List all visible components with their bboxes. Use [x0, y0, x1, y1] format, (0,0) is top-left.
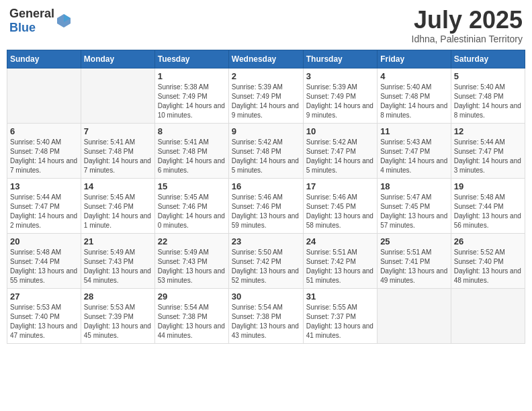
calendar-cell: 14Sunrise: 5:45 AMSunset: 7:46 PMDayligh…: [81, 178, 154, 233]
calendar-cell: 12Sunrise: 5:44 AMSunset: 7:47 PMDayligh…: [451, 123, 525, 178]
calendar-header-row: Sunday Monday Tuesday Wednesday Thursday…: [7, 50, 525, 68]
day-number: 8: [158, 126, 226, 136]
calendar-cell: 21Sunrise: 5:49 AMSunset: 7:43 PMDayligh…: [81, 233, 154, 288]
calendar-table: Sunday Monday Tuesday Wednesday Thursday…: [7, 50, 525, 344]
day-info: Sunrise: 5:53 AMSunset: 7:40 PMDaylight:…: [10, 303, 78, 340]
day-info: Sunrise: 5:54 AMSunset: 7:38 PMDaylight:…: [158, 303, 226, 340]
calendar-cell: 27Sunrise: 5:53 AMSunset: 7:40 PMDayligh…: [7, 288, 81, 343]
day-info: Sunrise: 5:45 AMSunset: 7:46 PMDaylight:…: [84, 193, 152, 230]
calendar-cell: 4Sunrise: 5:40 AMSunset: 7:48 PMDaylight…: [378, 68, 451, 123]
day-number: 29: [158, 291, 226, 302]
col-friday: Friday: [378, 50, 451, 68]
day-info: Sunrise: 5:43 AMSunset: 7:47 PMDaylight:…: [380, 138, 448, 175]
calendar-cell: 2Sunrise: 5:39 AMSunset: 7:49 PMDaylight…: [228, 68, 303, 123]
calendar-cell: [7, 68, 81, 123]
calendar-location: Idhna, Palestinian Territory: [412, 34, 523, 44]
calendar-cell: 20Sunrise: 5:48 AMSunset: 7:44 PMDayligh…: [7, 233, 81, 288]
day-info: Sunrise: 5:40 AMSunset: 7:48 PMDaylight:…: [380, 83, 448, 120]
day-info: Sunrise: 5:46 AMSunset: 7:46 PMDaylight:…: [232, 193, 300, 230]
calendar-cell: 30Sunrise: 5:54 AMSunset: 7:38 PMDayligh…: [228, 288, 303, 343]
title-block: July 2025 Idhna, Palestinian Territory: [412, 7, 523, 44]
day-number: 12: [454, 126, 522, 136]
calendar-cell: 1Sunrise: 5:38 AMSunset: 7:49 PMDaylight…: [154, 68, 228, 123]
day-number: 24: [306, 236, 374, 246]
day-number: 23: [232, 236, 300, 246]
calendar-cell: [81, 68, 154, 123]
col-thursday: Thursday: [303, 50, 377, 68]
day-number: 1: [158, 71, 226, 81]
calendar-cell: 3Sunrise: 5:39 AMSunset: 7:49 PMDaylight…: [303, 68, 377, 123]
day-info: Sunrise: 5:39 AMSunset: 7:49 PMDaylight:…: [306, 83, 374, 120]
day-info: Sunrise: 5:41 AMSunset: 7:48 PMDaylight:…: [84, 138, 152, 175]
calendar-cell: 24Sunrise: 5:51 AMSunset: 7:42 PMDayligh…: [303, 233, 377, 288]
day-info: Sunrise: 5:55 AMSunset: 7:37 PMDaylight:…: [306, 303, 374, 340]
day-number: 16: [232, 181, 300, 191]
calendar-cell: 11Sunrise: 5:43 AMSunset: 7:47 PMDayligh…: [378, 123, 451, 178]
calendar-cell: 6Sunrise: 5:40 AMSunset: 7:48 PMDaylight…: [7, 123, 81, 178]
calendar-cell: 22Sunrise: 5:49 AMSunset: 7:43 PMDayligh…: [154, 233, 228, 288]
day-info: Sunrise: 5:46 AMSunset: 7:45 PMDaylight:…: [306, 193, 374, 230]
calendar-cell: 10Sunrise: 5:42 AMSunset: 7:47 PMDayligh…: [303, 123, 377, 178]
day-number: 14: [84, 181, 152, 191]
calendar-cell: [378, 288, 451, 343]
calendar-cell: 25Sunrise: 5:51 AMSunset: 7:41 PMDayligh…: [378, 233, 451, 288]
day-number: 4: [380, 71, 448, 81]
calendar-cell: 19Sunrise: 5:48 AMSunset: 7:44 PMDayligh…: [451, 178, 525, 233]
day-number: 17: [306, 181, 374, 191]
calendar-cell: 28Sunrise: 5:53 AMSunset: 7:39 PMDayligh…: [81, 288, 154, 343]
calendar-cell: 7Sunrise: 5:41 AMSunset: 7:48 PMDaylight…: [81, 123, 154, 178]
calendar-cell: 16Sunrise: 5:46 AMSunset: 7:46 PMDayligh…: [228, 178, 303, 233]
col-saturday: Saturday: [451, 50, 525, 68]
day-number: 6: [10, 126, 78, 136]
calendar-cell: 18Sunrise: 5:47 AMSunset: 7:45 PMDayligh…: [378, 178, 451, 233]
page-header: General Blue July 2025 Idhna, Palestinia…: [7, 7, 525, 44]
day-info: Sunrise: 5:51 AMSunset: 7:41 PMDaylight:…: [380, 248, 448, 285]
calendar-week-1: 1Sunrise: 5:38 AMSunset: 7:49 PMDaylight…: [7, 68, 525, 123]
day-info: Sunrise: 5:42 AMSunset: 7:48 PMDaylight:…: [232, 138, 300, 175]
logo-general: General: [9, 7, 54, 20]
col-sunday: Sunday: [7, 50, 81, 68]
day-number: 25: [380, 236, 448, 246]
day-number: 22: [158, 236, 226, 246]
day-info: Sunrise: 5:47 AMSunset: 7:45 PMDaylight:…: [380, 193, 448, 230]
day-number: 31: [306, 291, 374, 302]
day-number: 7: [84, 126, 152, 136]
calendar-cell: 31Sunrise: 5:55 AMSunset: 7:37 PMDayligh…: [303, 288, 377, 343]
day-info: Sunrise: 5:52 AMSunset: 7:40 PMDaylight:…: [454, 248, 522, 285]
logo-text: General Blue: [9, 7, 54, 35]
calendar-week-5: 27Sunrise: 5:53 AMSunset: 7:40 PMDayligh…: [7, 288, 525, 343]
calendar-cell: 5Sunrise: 5:40 AMSunset: 7:48 PMDaylight…: [451, 68, 525, 123]
day-number: 9: [232, 126, 300, 136]
day-info: Sunrise: 5:42 AMSunset: 7:47 PMDaylight:…: [306, 138, 374, 175]
day-number: 11: [380, 126, 448, 136]
day-info: Sunrise: 5:45 AMSunset: 7:46 PMDaylight:…: [158, 193, 226, 230]
day-info: Sunrise: 5:44 AMSunset: 7:47 PMDaylight:…: [454, 138, 522, 175]
logo: General Blue: [9, 7, 72, 35]
day-info: Sunrise: 5:53 AMSunset: 7:39 PMDaylight:…: [84, 303, 152, 340]
calendar-cell: [451, 288, 525, 343]
day-info: Sunrise: 5:54 AMSunset: 7:38 PMDaylight:…: [232, 303, 300, 340]
day-info: Sunrise: 5:44 AMSunset: 7:47 PMDaylight:…: [10, 193, 78, 230]
day-info: Sunrise: 5:39 AMSunset: 7:49 PMDaylight:…: [232, 83, 300, 120]
col-monday: Monday: [81, 50, 154, 68]
calendar-cell: 9Sunrise: 5:42 AMSunset: 7:48 PMDaylight…: [228, 123, 303, 178]
day-info: Sunrise: 5:41 AMSunset: 7:48 PMDaylight:…: [158, 138, 226, 175]
calendar-week-2: 6Sunrise: 5:40 AMSunset: 7:48 PMDaylight…: [7, 123, 525, 178]
day-info: Sunrise: 5:51 AMSunset: 7:42 PMDaylight:…: [306, 248, 374, 285]
calendar-cell: 17Sunrise: 5:46 AMSunset: 7:45 PMDayligh…: [303, 178, 377, 233]
day-number: 15: [158, 181, 226, 191]
day-number: 21: [84, 236, 152, 246]
logo-icon: [56, 13, 72, 29]
calendar-cell: 26Sunrise: 5:52 AMSunset: 7:40 PMDayligh…: [451, 233, 525, 288]
day-number: 13: [10, 181, 78, 191]
day-number: 18: [380, 181, 448, 191]
day-number: 2: [232, 71, 300, 81]
calendar-cell: 8Sunrise: 5:41 AMSunset: 7:48 PMDaylight…: [154, 123, 228, 178]
col-wednesday: Wednesday: [228, 50, 303, 68]
calendar-week-3: 13Sunrise: 5:44 AMSunset: 7:47 PMDayligh…: [7, 178, 525, 233]
day-info: Sunrise: 5:49 AMSunset: 7:43 PMDaylight:…: [158, 248, 226, 285]
day-number: 28: [84, 291, 152, 302]
col-tuesday: Tuesday: [154, 50, 228, 68]
day-info: Sunrise: 5:40 AMSunset: 7:48 PMDaylight:…: [10, 138, 78, 175]
calendar-cell: 29Sunrise: 5:54 AMSunset: 7:38 PMDayligh…: [154, 288, 228, 343]
